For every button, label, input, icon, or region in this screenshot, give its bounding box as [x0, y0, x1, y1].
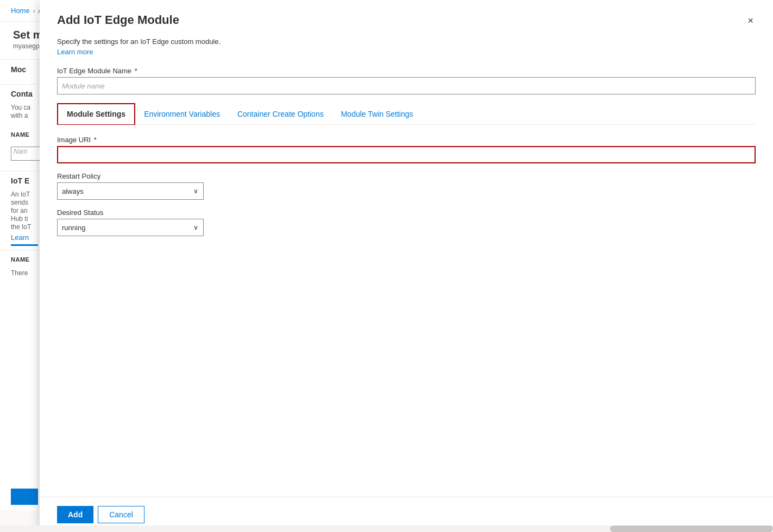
horizontal-scrollbar[interactable] — [0, 525, 773, 532]
bg-divider-3 — [0, 250, 38, 250]
bg-blue-divider — [11, 244, 38, 246]
image-uri-input[interactable]: nvidia/digits:6.0 — [57, 146, 756, 163]
desired-status-select[interactable]: running stopped — [57, 219, 204, 236]
breadcrumb-sep-1: › — [33, 8, 35, 14]
bg-name-input[interactable]: Nam — [11, 147, 41, 161]
modal-title: Add IoT Edge Module — [57, 13, 179, 27]
add-button[interactable]: Add — [57, 506, 93, 523]
restart-policy-group: Restart Policy always never on-failure o… — [57, 172, 756, 200]
image-uri-required-star: * — [92, 136, 97, 144]
desired-status-group: Desired Status running stopped ∨ — [57, 208, 756, 236]
modal-close-button[interactable]: × — [745, 13, 756, 29]
breadcrumb-home[interactable]: Home — [11, 7, 30, 15]
image-uri-label: Image URI * — [57, 136, 756, 144]
scrollbar-thumb[interactable] — [610, 525, 773, 532]
tabs-container: Module Settings Environment Variables Co… — [57, 103, 756, 125]
modal-learn-more-link[interactable]: Learn more — [57, 48, 93, 56]
module-name-group: IoT Edge Module Name * — [57, 67, 756, 94]
tab-module-settings[interactable]: Module Settings — [57, 103, 135, 125]
restart-policy-select-wrapper: always never on-failure on-unhealthy ∨ — [57, 182, 204, 200]
bg-conta-text1: You ca — [11, 103, 41, 111]
restart-policy-select[interactable]: always never on-failure on-unhealthy — [57, 182, 204, 200]
bg-name-label1: NAME — [11, 130, 41, 138]
tab-module-twin-settings[interactable]: Module Twin Settings — [332, 104, 422, 124]
restart-policy-label: Restart Policy — [57, 172, 756, 180]
module-name-required-star: * — [133, 67, 137, 75]
modal-panel: Add IoT Edge Module × Specify the settin… — [40, 0, 773, 532]
modal-body: Specify the settings for an IoT Edge cus… — [40, 29, 773, 497]
modal-description: Specify the settings for an IoT Edge cus… — [57, 37, 756, 46]
bg-conta-text2: with a — [11, 111, 41, 119]
bg-name-text2: There — [11, 269, 41, 277]
bg-iot-desc2: sends — [11, 198, 41, 206]
modal-header: Add IoT Edge Module × — [40, 0, 773, 29]
module-name-input[interactable] — [57, 77, 756, 94]
tab-container-create-options[interactable]: Container Create Options — [229, 104, 332, 124]
bg-divider-2 — [0, 171, 38, 172]
bg-iot-desc5: the IoT — [11, 223, 41, 231]
bg-iot-desc4: Hub ti — [11, 214, 41, 223]
bg-bottom-blue-btn[interactable] — [11, 489, 38, 505]
bg-iot-e-label: IoT E — [11, 176, 41, 185]
bg-learn-more[interactable]: Learn — [11, 233, 41, 242]
bg-conta-label: Conta — [11, 90, 41, 98]
bg-mod-label: Moc — [11, 65, 41, 74]
bg-name-label2: NAME — [11, 255, 41, 263]
desired-status-label: Desired Status — [57, 208, 756, 217]
image-uri-group: Image URI * nvidia/digits:6.0 — [57, 136, 756, 163]
bg-left-panel — [0, 60, 38, 510]
desired-status-select-wrapper: running stopped ∨ — [57, 219, 204, 236]
bg-iot-desc3: for an — [11, 206, 41, 214]
bg-divider-1 — [0, 84, 38, 85]
cancel-button[interactable]: Cancel — [98, 506, 144, 523]
module-name-label: IoT Edge Module Name * — [57, 67, 756, 75]
tab-environment-variables[interactable]: Environment Variables — [135, 104, 229, 124]
bg-iot-desc1: An IoT — [11, 190, 41, 198]
